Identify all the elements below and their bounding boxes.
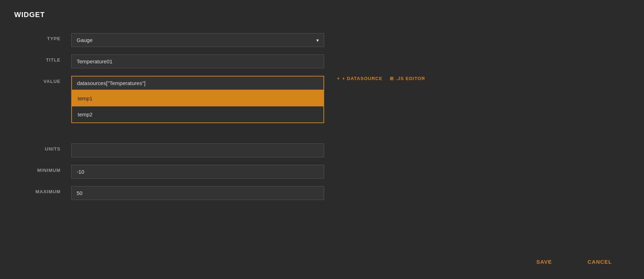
title-input[interactable] xyxy=(71,54,324,68)
units-label: UNITS xyxy=(18,146,61,152)
units-input[interactable] xyxy=(71,143,324,157)
footer: SAVE CANCEL xyxy=(0,244,644,279)
type-input-area: Gauge ▾ xyxy=(71,33,392,47)
value-input[interactable] xyxy=(71,76,324,90)
type-label: TYPE xyxy=(18,36,61,41)
value-label: VALUE xyxy=(18,79,61,84)
page-container: WIDGET TYPE Gauge ▾ TITLE VALUE xyxy=(0,0,644,279)
title-label: TITLE xyxy=(18,57,61,63)
minimum-input-area xyxy=(71,165,392,179)
dropdown-item-temp1[interactable]: temp1 xyxy=(72,90,323,106)
title-input-area xyxy=(71,54,392,68)
minimum-row: MINIMUM xyxy=(0,161,644,183)
maximum-input-area xyxy=(71,186,392,200)
js-editor-button[interactable]: ⊞ .JS EDITOR xyxy=(390,76,425,81)
value-dropdown: temp1 temp2 xyxy=(71,90,324,123)
minimum-label: MINIMUM xyxy=(18,168,61,173)
units-row: UNITS xyxy=(0,140,644,161)
js-editor-label: .JS EDITOR xyxy=(396,76,425,81)
maximum-input[interactable] xyxy=(71,186,324,200)
chevron-down-icon: ▾ xyxy=(316,37,319,43)
page-title: WIDGET xyxy=(0,11,644,19)
type-row: TYPE Gauge ▾ xyxy=(0,30,644,51)
maximum-row: MAXIMUM xyxy=(0,183,644,204)
save-button[interactable]: SAVE xyxy=(519,252,570,272)
form-area: TYPE Gauge ▾ TITLE VALUE xyxy=(0,30,644,244)
minimum-input[interactable] xyxy=(71,165,324,179)
maximum-label: MAXIMUM xyxy=(18,189,61,194)
js-icon: ⊞ xyxy=(390,76,394,81)
cancel-button[interactable]: CANCEL xyxy=(570,252,630,272)
dropdown-item-temp2[interactable]: temp2 xyxy=(72,106,323,122)
title-row: TITLE xyxy=(0,51,644,72)
type-select[interactable]: Gauge ▾ xyxy=(71,33,324,47)
type-select-value: Gauge xyxy=(77,37,93,43)
value-input-wrapper: temp1 temp2 + + DATASOURCE ⊞ .JS EDITOR xyxy=(71,76,425,90)
datasource-label: + DATASOURCE xyxy=(342,76,383,81)
datasource-button[interactable]: + + DATASOURCE xyxy=(337,76,383,81)
units-input-area xyxy=(71,143,392,157)
value-input-container: temp1 temp2 xyxy=(71,76,324,90)
action-buttons: + + DATASOURCE ⊞ .JS EDITOR xyxy=(337,76,425,81)
value-row: VALUE temp1 temp2 + + DATASOURCE xyxy=(0,72,644,94)
plus-icon: + xyxy=(337,76,340,81)
